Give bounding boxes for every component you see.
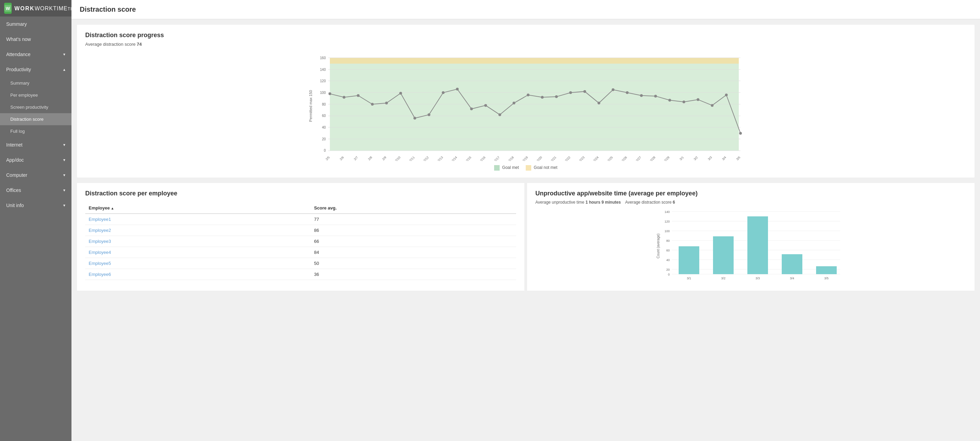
employee-link[interactable]: Employee5: [89, 261, 111, 266]
svg-text:120: 120: [665, 220, 670, 223]
svg-text:2/17: 2/17: [493, 155, 500, 161]
page-header: Distraction score: [72, 0, 980, 19]
bar-chart-svg: Count (average) 140 120 100 80 60 40 20 …: [535, 208, 966, 284]
distraction-table: Employee Score avg. Employee1 77 Employe…: [85, 203, 516, 280]
svg-rect-3: [330, 58, 739, 64]
distraction-table-card: Distraction score per employee Employee …: [77, 183, 524, 291]
x-labels: 2/52/62/72/82/92/102/112/122/132/142/152…: [325, 155, 741, 161]
productivity-chevron-icon: ▴: [63, 67, 65, 72]
x-bar-35: 3/5: [824, 276, 829, 280]
svg-text:60: 60: [666, 249, 670, 252]
svg-text:2/7: 2/7: [353, 155, 359, 161]
sidebar-item-productivity[interactable]: Productivity ▴: [0, 62, 72, 77]
svg-text:80: 80: [666, 239, 670, 243]
employee-link[interactable]: Employee3: [89, 239, 111, 244]
line-dot-2: [357, 94, 360, 97]
attendance-chevron-icon: ▾: [63, 52, 65, 57]
sidebar-sub-full-log[interactable]: Full log: [0, 125, 72, 137]
svg-text:40: 40: [322, 126, 326, 129]
bar-35: [816, 266, 837, 274]
x-bar-34: 3/4: [790, 276, 794, 280]
svg-text:80: 80: [322, 102, 326, 106]
sidebar-item-offices[interactable]: Offices ▾: [0, 183, 72, 198]
table-row: Employee3 66: [85, 236, 516, 247]
employee-link[interactable]: Employee1: [89, 217, 111, 222]
line-dot-13: [513, 102, 515, 105]
svg-text:2/9: 2/9: [382, 155, 387, 161]
svg-text:0: 0: [324, 149, 326, 152]
sidebar-item-internet[interactable]: Internet ▾: [0, 137, 72, 152]
sidebar-item-summary[interactable]: Summary: [0, 16, 72, 32]
score-cell: 66: [311, 236, 516, 247]
col-employee: Employee: [85, 203, 311, 214]
table-row: Employee2 86: [85, 225, 516, 236]
svg-text:2/23: 2/23: [579, 155, 585, 161]
line-dot-25: [682, 101, 685, 103]
x-bar-33: 3/3: [756, 276, 760, 280]
line-dot-9: [456, 88, 459, 91]
line-dot-18: [584, 90, 586, 93]
employee-link[interactable]: Employee6: [89, 272, 111, 277]
svg-text:2/8: 2/8: [368, 155, 373, 161]
svg-text:20: 20: [322, 137, 326, 141]
sidebar-item-appdoc[interactable]: App/doc ▾: [0, 152, 72, 168]
line-dot-0: [328, 93, 331, 95]
internet-chevron-icon: ▾: [63, 142, 65, 147]
employee-cell: Employee4: [85, 247, 311, 258]
svg-text:W: W: [6, 6, 10, 11]
table-row: Employee5 50: [85, 258, 516, 269]
bar-31: [679, 246, 699, 274]
sidebar-item-unit-info[interactable]: Unit info ▾: [0, 198, 72, 213]
sidebar-sub-prod-summary[interactable]: Summary: [0, 77, 72, 89]
sidebar-item-attendance[interactable]: Attendance ▾: [0, 47, 72, 62]
employee-link[interactable]: Employee2: [89, 228, 111, 233]
line-dot-23: [654, 94, 657, 97]
sidebar-item-computer[interactable]: Computer ▾: [0, 168, 72, 183]
line-dot-7: [428, 113, 430, 116]
sidebar-sub-screen-productivity[interactable]: Screen productivity: [0, 101, 72, 113]
svg-text:2/16: 2/16: [479, 155, 486, 161]
sidebar: W WORKWORKTIMETIME® Summary What's now A…: [0, 0, 72, 441]
svg-text:3/2: 3/2: [693, 155, 698, 161]
sidebar-item-whats-now[interactable]: What's now: [0, 32, 72, 47]
distraction-table-wrap: Employee Score avg. Employee1 77 Employe…: [85, 203, 516, 280]
svg-text:40: 40: [666, 258, 670, 262]
logo-icon: W: [4, 3, 12, 14]
employee-cell: Employee6: [85, 269, 311, 280]
employee-cell: Employee1: [85, 214, 311, 225]
col-score: Score avg.: [311, 203, 516, 214]
line-dot-20: [612, 88, 614, 91]
appdoc-chevron-icon: ▾: [63, 158, 65, 162]
bar-32: [713, 236, 733, 274]
offices-chevron-icon: ▾: [63, 188, 65, 193]
sidebar-sub-per-employee[interactable]: Per employee: [0, 89, 72, 101]
line-dot-21: [626, 91, 628, 94]
line-dot-29: [739, 132, 742, 134]
svg-text:2/18: 2/18: [508, 155, 514, 161]
svg-text:100: 100: [320, 91, 326, 94]
svg-text:140: 140: [665, 210, 670, 214]
bar-chart-info: Average unproductive time 1 hours 9 minu…: [535, 200, 966, 205]
legend-goal-met: Goal met: [494, 165, 519, 171]
svg-text:2/15: 2/15: [465, 155, 472, 161]
svg-text:2/24: 2/24: [593, 155, 599, 161]
score-cell: 36: [311, 269, 516, 280]
logo-text: WORKWORKTIMETIME®: [14, 5, 72, 12]
svg-text:2/27: 2/27: [635, 155, 642, 161]
line-dot-19: [598, 102, 600, 105]
employee-link[interactable]: Employee4: [89, 250, 111, 255]
svg-text:100: 100: [665, 229, 670, 233]
line-dot-27: [711, 104, 714, 107]
table-row: Employee6 36: [85, 269, 516, 280]
bottom-row: Distraction score per employee Employee …: [77, 183, 975, 291]
svg-text:3/5: 3/5: [735, 155, 741, 161]
svg-text:2/21: 2/21: [550, 155, 557, 161]
bar-33: [748, 216, 768, 274]
line-dot-10: [470, 108, 473, 110]
sidebar-sub-distraction-score[interactable]: Distraction score: [0, 113, 72, 125]
bar-34: [782, 254, 802, 274]
computer-chevron-icon: ▾: [63, 173, 65, 177]
line-dot-4: [385, 102, 388, 105]
svg-text:2/25: 2/25: [607, 155, 613, 161]
svg-text:0: 0: [668, 273, 670, 276]
